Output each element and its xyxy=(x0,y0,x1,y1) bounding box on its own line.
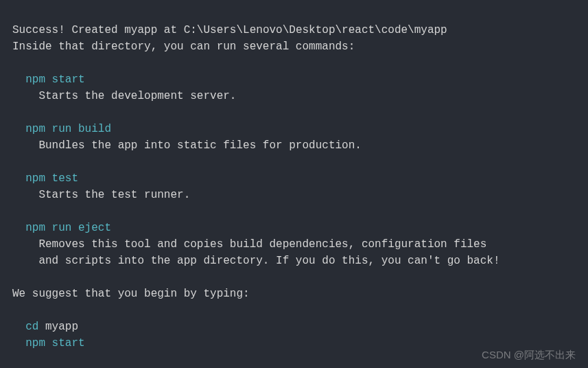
npm-start-final: npm start xyxy=(25,337,84,349)
suggest-line: We suggest that you begin by typing: xyxy=(12,288,250,300)
cd-cmd: cd xyxy=(25,321,45,333)
npm-eject-desc2: and scripts into the app directory. If y… xyxy=(38,255,499,267)
success-line: Success! Created myapp at C:\Users\Lenov… xyxy=(12,24,447,36)
watermark: CSDN @阿选不出来 xyxy=(482,347,576,363)
npm-start-desc: Starts the development server. xyxy=(38,90,236,102)
npm-test-desc: Starts the test runner. xyxy=(38,189,190,201)
npm-build-desc: Bundles the app into static files for pr… xyxy=(38,139,361,152)
cd-app-name: myapp xyxy=(45,321,78,333)
terminal-output: Success! Created myapp at C:\Users\Lenov… xyxy=(12,5,576,368)
inside-dir-line: Inside that directory, you can run sever… xyxy=(12,41,355,53)
npm-build-cmd: npm run build xyxy=(25,123,111,135)
npm-eject-desc1: Removes this tool and copies build depen… xyxy=(38,238,486,251)
npm-eject-cmd: npm run eject xyxy=(25,222,111,234)
npm-test-cmd: npm test xyxy=(25,172,78,185)
npm-start-cmd: npm start xyxy=(25,73,84,86)
